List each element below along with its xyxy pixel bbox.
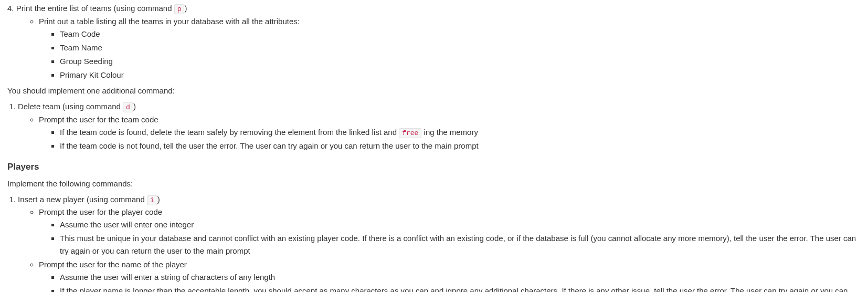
player-code-prompt: Prompt the user for the player code	[39, 207, 162, 216]
player-name-prompt: Prompt the user for the name of the play…	[39, 260, 187, 269]
para-additional-command: You should implement one additional comm…	[7, 85, 861, 97]
sublist-delete-prompt: Prompt the user for the team code If the…	[18, 113, 861, 153]
attr-team-code: Team Code	[60, 28, 861, 40]
list-item-insert-player: Insert a new player (using command i) Pr…	[18, 193, 861, 292]
code-free: free	[399, 128, 421, 138]
delete-team-text-before: Delete team (using command	[18, 102, 123, 111]
players-heading: Players	[7, 160, 861, 174]
ordered-list-delete: Delete team (using command d) Prompt the…	[7, 100, 861, 153]
code-d: d	[123, 102, 133, 112]
delete-found-before: If the team code is found, delete the te…	[60, 128, 399, 137]
delete-team-text-after: )	[133, 102, 136, 111]
delete-found-after: ing the memory	[421, 128, 478, 137]
insert-player-text-before: Insert a new player (using command	[18, 195, 147, 204]
attr-primary-kit: Primary Kit Colour	[60, 69, 861, 81]
ordered-list-insert: Insert a new player (using command i) Pr…	[7, 193, 861, 292]
sublist-insert-prompts: Prompt the user for the player code Assu…	[18, 206, 861, 292]
delete-found-item: If the team code is found, delete the te…	[60, 126, 861, 139]
insert-player-text-after: )	[157, 195, 160, 204]
player-code-assume: Assume the user will enter one integer	[60, 218, 861, 231]
ordered-list-teams: Print the entire list of teams (using co…	[7, 2, 861, 81]
code-p: p	[174, 4, 185, 14]
sublist-item-delete-prompt: Prompt the user for the team code If the…	[39, 113, 861, 153]
sublist-item-print-table: Print out a table listing all the teams …	[39, 15, 861, 81]
print-table-text: Print out a table listing all the teams …	[39, 17, 300, 26]
delete-notfound-item: If the team code is not found, tell the …	[60, 140, 861, 152]
player-name-assume: Assume the user will enter a string of c…	[60, 271, 861, 284]
list-item-print-teams: Print the entire list of teams (using co…	[18, 2, 861, 81]
attr-list: Team Code Team Name Group Seeding Primar…	[39, 28, 861, 81]
sublist-item-player-name: Prompt the user for the name of the play…	[39, 258, 861, 292]
para-implement-commands: Implement the following commands:	[7, 178, 861, 190]
player-code-unique: This must be unique in your database and…	[60, 232, 861, 257]
sublist-item-player-code: Prompt the user for the player code Assu…	[39, 206, 861, 257]
player-code-details: Assume the user will enter one integer T…	[39, 218, 861, 257]
list-item-delete-team: Delete team (using command d) Prompt the…	[18, 100, 861, 153]
attr-group-seeding: Group Seeding	[60, 55, 861, 68]
attr-team-name: Team Name	[60, 41, 861, 54]
player-name-length: If the player name is longer than the ac…	[60, 285, 861, 292]
sublist-print-table: Print out a table listing all the teams …	[18, 15, 861, 81]
print-teams-text-before: Print the entire list of teams (using co…	[16, 4, 174, 13]
code-i: i	[147, 195, 157, 205]
delete-cases-list: If the team code is found, delete the te…	[39, 126, 861, 153]
delete-prompt-text: Prompt the user for the team code	[39, 115, 158, 124]
player-name-details: Assume the user will enter a string of c…	[39, 271, 861, 292]
print-teams-text-after: )	[184, 4, 187, 13]
